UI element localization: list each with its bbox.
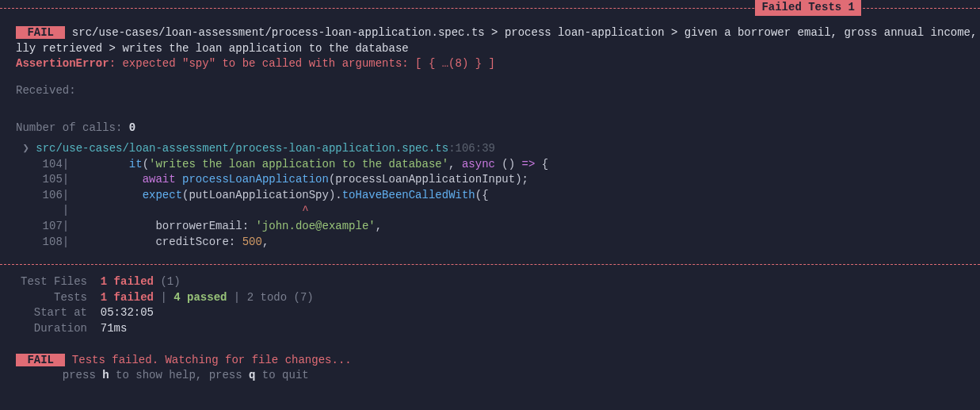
failed-tests-badge: Failed Tests 1 xyxy=(755,0,861,16)
fail-line-1: FAIL src/use-cases/loan-assessment/proce… xyxy=(16,25,964,41)
summary-label: Test Files xyxy=(16,274,87,290)
summary-sep: | xyxy=(154,291,174,304)
failed-tests-header: Failed Tests 1 xyxy=(0,0,980,14)
summary-label: Tests xyxy=(16,290,87,306)
hint-text: press xyxy=(16,369,102,381)
calls-line: Number of calls: 0 xyxy=(16,121,964,136)
summary-rest: | 2 todo (7) xyxy=(227,291,313,304)
token-fn: toHaveBeenCalledWith xyxy=(342,189,475,201)
line-number: 106 xyxy=(16,189,63,201)
summary-failed: 1 failed xyxy=(101,275,154,288)
summary-passed: 4 passed xyxy=(174,291,227,304)
token: { xyxy=(535,158,548,171)
assertion-label: AssertionError xyxy=(16,57,109,70)
token: (processLoanApplicationInput); xyxy=(329,173,528,186)
summary-start-value: 05:32:05 xyxy=(101,306,154,319)
gutter: | xyxy=(63,173,143,186)
gutter: | xyxy=(63,189,143,201)
footer-hint: press h to show help, press q to quit xyxy=(16,368,964,384)
line-number: 107 xyxy=(16,220,63,232)
token: , xyxy=(376,220,382,232)
token-number: 500 xyxy=(242,236,262,248)
token-keyword: async xyxy=(462,158,495,171)
token-string: 'john.doe@example' xyxy=(255,220,375,232)
token-string: 'writes the loan application to the data… xyxy=(149,158,448,171)
line-number: 104 xyxy=(16,158,63,171)
test-path-1: src/use-cases/loan-assessment/process-lo… xyxy=(65,26,980,39)
token-fn: expect xyxy=(143,189,182,201)
gutter: | xyxy=(63,220,156,232)
hint-text: to quit xyxy=(255,369,308,381)
trace-loc: :106:39 xyxy=(448,142,495,155)
stack-trace: ❯ src/use-cases/loan-assessment/process-… xyxy=(16,141,964,157)
fail-badge: FAIL xyxy=(16,354,65,366)
summary-duration: Duration 71ms xyxy=(16,321,964,337)
token-fn: it xyxy=(129,158,143,171)
received-label: Received: xyxy=(16,83,964,99)
token-keyword: await xyxy=(143,173,176,186)
token: , xyxy=(262,236,269,248)
token xyxy=(176,173,182,186)
gutter: | xyxy=(63,236,156,248)
token-arrow: => xyxy=(522,158,536,171)
summary-test-files: Test Files 1 failed (1) xyxy=(16,274,964,290)
code-line-106: 106| expect(putLoanApplicationSpy).toHav… xyxy=(16,188,964,204)
divider xyxy=(0,264,980,265)
key-h[interactable]: h xyxy=(102,369,109,381)
token: ( xyxy=(143,158,149,171)
code-line-107: 107| borrowerEmail: 'john.doe@example', xyxy=(16,219,964,235)
caret-mark: ^ xyxy=(302,204,308,216)
token-key: creditScore xyxy=(155,236,228,248)
summary-start: Start at 05:32:05 xyxy=(16,305,964,321)
summary-tests: Tests 1 failed | 4 passed | 2 todo (7) xyxy=(16,290,964,306)
code-line-105: 105| await processLoanApplication(proces… xyxy=(16,172,964,188)
summary-duration-value: 71ms xyxy=(101,322,128,335)
calls-count: 0 xyxy=(129,121,135,134)
token: () xyxy=(495,158,522,171)
calls-label: Number of calls: xyxy=(16,121,129,134)
summary-count: (1) xyxy=(154,275,181,288)
gutter: | xyxy=(63,158,129,171)
line-number: 108 xyxy=(16,236,63,248)
token-fn: processLoanApplication xyxy=(182,173,329,186)
error-caret-line: | ^ xyxy=(16,203,964,219)
footer-message: Tests failed. Watching for file changes.… xyxy=(65,354,351,366)
assertion-message: : expected "spy" to be called with argum… xyxy=(109,57,495,70)
caret-icon: ❯ xyxy=(16,142,36,155)
code-line-104: 104| it('writes the loan application to … xyxy=(16,157,964,173)
summary-label: Start at xyxy=(16,305,87,321)
summary-label: Duration xyxy=(16,321,87,337)
fail-badge: FAIL xyxy=(16,26,65,39)
caret-pad: | xyxy=(16,204,302,216)
footer-fail: FAIL Tests failed. Watching for file cha… xyxy=(16,353,964,369)
token: ({ xyxy=(475,189,489,201)
fail-line-2: lly retrieved > writes the loan applicat… xyxy=(16,41,964,57)
line-number: 105 xyxy=(16,173,63,186)
token: : xyxy=(242,220,256,232)
token-key: borrowerEmail xyxy=(155,220,242,232)
hint-text: to show help, press xyxy=(109,369,249,381)
token: : xyxy=(229,236,242,248)
terminal-output: Failed Tests 1 FAIL src/use-cases/loan-a… xyxy=(0,0,980,384)
summary-failed: 1 failed xyxy=(101,291,154,304)
token: , xyxy=(448,158,462,171)
trace-file: src/use-cases/loan-assessment/process-lo… xyxy=(36,142,448,155)
token: (putLoanApplicationSpy). xyxy=(182,189,342,201)
assertion-line: AssertionError: expected "spy" to be cal… xyxy=(16,56,964,72)
code-line-108: 108| creditScore: 500, xyxy=(16,235,964,251)
